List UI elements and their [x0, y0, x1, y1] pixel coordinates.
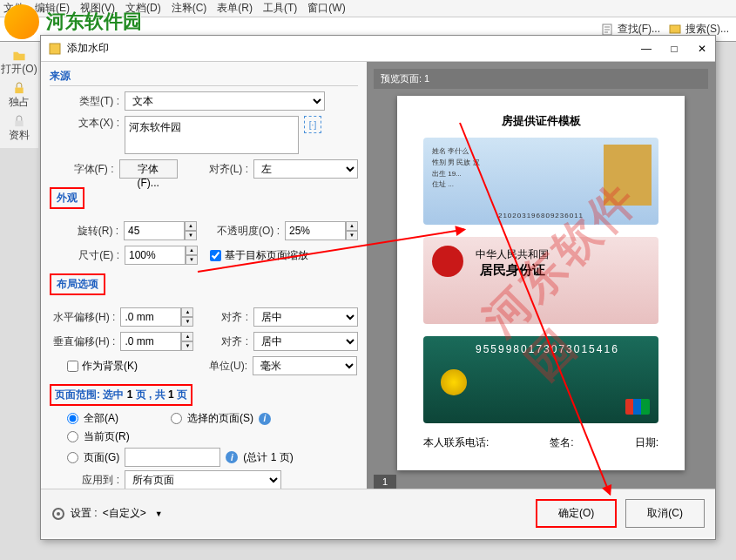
- bank-chip-icon: [441, 369, 467, 395]
- page-indicator: 1: [374, 475, 396, 489]
- halign-label: 对齐 :: [199, 310, 248, 325]
- radio-all[interactable]: 全部(A): [67, 411, 118, 426]
- site-logo: 河东软件园: [0, 0, 174, 44]
- info-icon-2[interactable]: i: [226, 451, 238, 463]
- preview-doc-title: 房提供证件模板: [423, 113, 658, 129]
- align-select[interactable]: 左: [253, 159, 358, 179]
- menu-form[interactable]: 表单(R): [217, 1, 253, 16]
- id-card-back: 中华人民共和国 居民身份证: [423, 237, 658, 324]
- dropdown-icon[interactable]: ▼: [155, 509, 163, 518]
- unionpay-icon: [625, 399, 650, 415]
- scale-checkbox-label[interactable]: 基于目标页面缩放: [210, 248, 308, 263]
- text-input[interactable]: 河东软件园: [125, 116, 299, 154]
- left-toolbar: 打开(O) 独占 资料: [0, 42, 38, 148]
- insert-macro-button[interactable]: [·]: [304, 116, 321, 133]
- emblem-icon: [432, 246, 463, 277]
- logo-icon: [4, 4, 39, 39]
- valign-label: 对齐 :: [199, 334, 248, 349]
- bg-checkbox-label[interactable]: 作为背景(K): [67, 359, 138, 374]
- maximize-button[interactable]: □: [668, 43, 680, 55]
- menu-window[interactable]: 窗口(W): [307, 1, 345, 16]
- svg-rect-1: [670, 25, 680, 33]
- minimize-button[interactable]: —: [640, 43, 652, 55]
- unit-select[interactable]: 毫米: [253, 356, 357, 375]
- bg-checkbox[interactable]: [67, 361, 78, 372]
- scale-checkbox[interactable]: [210, 250, 221, 261]
- opacity-label: 不透明度(O) :: [202, 224, 280, 239]
- type-label: 类型(T) :: [50, 94, 119, 109]
- menu-comment[interactable]: 注释(C): [172, 1, 207, 16]
- voffset-spinner[interactable]: ▲▼: [120, 332, 193, 351]
- hoffset-spinner[interactable]: ▲▼: [120, 307, 193, 327]
- id-portrait: [604, 145, 652, 206]
- radio-pages[interactable]: 页面(G) i (总计 1 页): [67, 448, 358, 467]
- id-number: 210203196809236011: [423, 212, 658, 219]
- watermark-dialog: 添加水印 — □ ✕ 来源 类型(T) : 文本 文本(X) : 河东软件园 […: [40, 35, 716, 540]
- preview-header: 预览页面: 1: [374, 69, 708, 89]
- align-label: 对齐(L) :: [200, 162, 248, 177]
- rotate-label: 旋转(R) :: [50, 224, 118, 239]
- section-appearance: 外观: [50, 187, 84, 209]
- close-button[interactable]: ✕: [696, 43, 708, 55]
- total-pages: (总计 1 页): [243, 450, 293, 465]
- unit-label: 单位(U):: [195, 359, 247, 374]
- ok-button[interactable]: 确定(O): [536, 499, 617, 528]
- cancel-button[interactable]: 取消(C): [625, 499, 705, 528]
- bank-number: 9559980173073015416: [476, 343, 619, 355]
- halign-select[interactable]: 居中: [253, 307, 358, 327]
- info-icon[interactable]: i: [259, 413, 271, 425]
- section-layout: 布局选项: [50, 273, 105, 295]
- tb-exclusive[interactable]: 独占: [0, 82, 38, 110]
- section-source: 来源: [50, 69, 358, 86]
- text-label: 文本(X) :: [50, 116, 119, 131]
- svg-rect-2: [15, 88, 23, 94]
- gear-icon[interactable]: [51, 507, 65, 521]
- tb-open[interactable]: 打开(O): [0, 49, 38, 77]
- apply-select[interactable]: 所有页面: [125, 470, 281, 489]
- font-button[interactable]: 字体(F)...: [119, 159, 178, 179]
- lock-icon: [12, 82, 26, 95]
- valign-select[interactable]: 居中: [253, 332, 358, 351]
- logo-text: 河东软件园: [46, 9, 142, 35]
- menu-tools[interactable]: 工具(T): [263, 1, 297, 16]
- preview-panel: 预览页面: 1 房提供证件模板 姓名 李什么 性别 男 民族 汉 出生 19..…: [367, 62, 715, 489]
- lock-closed-icon: [12, 115, 26, 128]
- pages-input[interactable]: [125, 448, 220, 467]
- preview-page: 房提供证件模板 姓名 李什么 性别 男 民族 汉 出生 19... 住址 ...…: [397, 96, 685, 470]
- scale-label: 尺寸(E) :: [50, 248, 119, 263]
- preview-footer: 本人联系电话:签名:日期:: [423, 435, 658, 450]
- settings-label: 设置 :: [71, 506, 98, 521]
- tb-data[interactable]: 资料: [0, 115, 38, 143]
- opacity-spinner[interactable]: ▲▼: [285, 221, 358, 240]
- id-back-text: 中华人民共和国 居民身份证: [476, 247, 549, 279]
- settings-value[interactable]: <自定义>: [103, 506, 146, 521]
- apply-label: 应用到 :: [50, 473, 119, 488]
- font-label: 字体(F) :: [50, 162, 114, 177]
- bank-card: 9559980173073015416: [423, 336, 658, 423]
- settings-panel: 来源 类型(T) : 文本 文本(X) : 河东软件园 [·] 字体(F) : …: [41, 62, 367, 489]
- hoffset-label: 水平偏移(H) :: [50, 310, 115, 325]
- radio-current[interactable]: 当前页(R): [67, 429, 358, 444]
- radio-selected[interactable]: 选择的页面(S)i: [171, 411, 271, 426]
- svg-rect-3: [15, 121, 23, 127]
- svg-rect-4: [50, 44, 60, 54]
- svg-point-6: [57, 512, 60, 516]
- page-range-title: 页面范围: 选中 1 页 , 共 1 页: [50, 384, 192, 406]
- id-card-front: 姓名 李什么 性别 男 民族 汉 出生 19... 住址 ... 2102031…: [423, 138, 658, 225]
- id-fields: 姓名 李什么 性别 男 民族 汉 出生 19... 住址 ...: [432, 146, 480, 191]
- type-select[interactable]: 文本: [125, 91, 325, 111]
- folder-icon: [12, 49, 26, 62]
- dialog-footer: 设置 : <自定义> ▼ 确定(O) 取消(C): [41, 489, 715, 537]
- voffset-label: 垂直偏移(H) :: [50, 334, 115, 349]
- scale-spinner[interactable]: ▲▼: [125, 246, 198, 265]
- rotate-spinner[interactable]: ▲▼: [124, 221, 197, 240]
